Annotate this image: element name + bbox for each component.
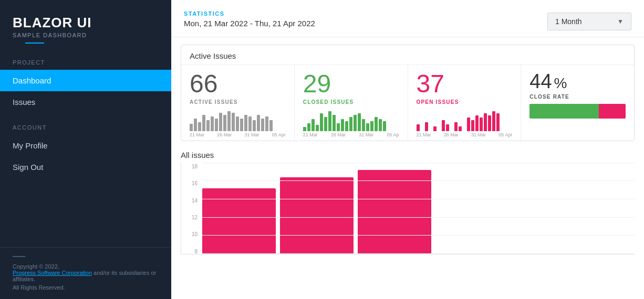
chart-labels-closed: 21 Mar 26 Mar 31 Mar 05 Ap	[303, 132, 399, 137]
mini-bar	[307, 123, 310, 131]
card-closed-issues: 29 CLOSED ISSUES 21 Mar 26 Mar 31 Mar 05…	[295, 65, 408, 141]
active-issues-chart	[190, 108, 286, 131]
mini-bar	[232, 113, 235, 131]
closed-issues-number: 29	[303, 70, 399, 98]
active-issues-section: Active Issues 66 ACTIVE ISSUES 21 Mar 26…	[181, 45, 635, 141]
mini-bar	[328, 111, 331, 131]
mini-bar	[492, 111, 495, 131]
all-issues-section: All issues 18 16 14 12 10 8	[181, 146, 635, 254]
bar-3	[358, 170, 431, 254]
mini-bar	[333, 115, 336, 131]
chart-labels-active: 21 Mar 26 Mar 31 Mar 05 Apr	[190, 132, 286, 137]
mini-bar	[265, 116, 268, 131]
mini-bar	[240, 119, 243, 131]
header-stats: STATISTICS Mon, 21 Mar 2022 - Thu, 21 Ap…	[184, 10, 315, 28]
bar-1	[202, 188, 276, 254]
open-issues-chart	[417, 108, 513, 131]
footer-company-link[interactable]: Progress Software Corporation	[13, 270, 92, 276]
close-rate-label: CLOSE RATE	[529, 94, 626, 100]
closed-issues-chart	[303, 108, 399, 131]
mini-bar	[341, 119, 344, 131]
mini-bar	[253, 120, 256, 131]
sidebar-item-issues[interactable]: Issues	[0, 91, 171, 113]
sidebar-item-dashboard[interactable]: Dashboard	[0, 70, 171, 91]
statistics-label: STATISTICS	[184, 10, 315, 17]
footer-copyright: Copyright © 2022,	[13, 263, 59, 270]
mini-bar	[190, 124, 193, 131]
mini-bar	[257, 115, 260, 131]
closed-issues-label: CLOSED ISSUES	[303, 99, 399, 105]
mini-bar	[475, 115, 479, 131]
sidebar-item-label: Dashboard	[13, 76, 51, 85]
mini-bar	[496, 113, 500, 131]
mini-bar	[454, 122, 458, 131]
card-close-rate: 44 % CLOSE RATE	[521, 65, 634, 141]
mini-bar	[303, 127, 306, 131]
mini-bar	[442, 120, 445, 131]
mini-bar	[206, 120, 210, 131]
mini-bar	[480, 118, 483, 131]
mini-bar	[433, 126, 437, 131]
mini-bar	[198, 122, 201, 131]
card-open-issues: 37 OPEN ISSUES 21 Mar 26 Mar 31 Mar 05 A…	[408, 65, 522, 141]
mini-bar	[215, 119, 218, 131]
section-label-account: ACCOUNT	[0, 113, 171, 135]
mini-bar	[202, 115, 205, 131]
mini-bar	[425, 122, 428, 131]
main-content: STATISTICS Mon, 21 Mar 2022 - Thu, 21 Ap…	[171, 0, 644, 299]
sidebar-item-my-profile[interactable]: My Profile	[0, 135, 171, 156]
mini-bar	[446, 124, 449, 131]
mini-bar	[219, 113, 222, 131]
mini-bar	[484, 113, 487, 131]
mini-bar	[269, 120, 273, 131]
mini-bar	[311, 119, 315, 131]
mini-bar	[324, 117, 327, 131]
mini-bar	[248, 116, 252, 131]
mini-bar	[488, 115, 491, 131]
mini-bar	[471, 120, 474, 131]
mini-bar	[358, 113, 361, 131]
mini-bar	[354, 115, 357, 131]
active-issues-number: 66	[190, 70, 286, 98]
mini-bar	[375, 117, 378, 131]
all-issues-chart-container: 18 16 14 12 10 8	[181, 163, 635, 254]
sidebar-item-sign-out[interactable]: Sign Out	[0, 156, 171, 178]
mini-bar	[370, 121, 373, 131]
mini-bar	[366, 123, 369, 131]
mini-bar	[227, 111, 231, 131]
progress-remain	[599, 104, 626, 119]
sidebar: BLAZOR UI SAMPLE DASHBOARD PROJECT Dashb…	[0, 0, 171, 299]
open-issues-number: 37	[417, 70, 513, 98]
cards-row: 66 ACTIVE ISSUES 21 Mar 26 Mar 31 Mar 05…	[181, 65, 634, 141]
progress-fill	[529, 104, 599, 119]
active-issues-title: Active Issues	[181, 45, 634, 65]
mini-bar	[345, 121, 348, 131]
chevron-down-icon: ▼	[617, 18, 624, 25]
mini-bar	[223, 115, 226, 131]
mini-bar	[379, 119, 382, 131]
close-rate-number: 44	[529, 70, 552, 93]
close-rate-progress	[529, 104, 626, 119]
mini-bar	[459, 126, 462, 131]
app-title: BLAZOR UI	[13, 15, 159, 31]
period-selector[interactable]: 1 Month ▼	[547, 13, 631, 30]
mini-bar	[349, 117, 352, 131]
sidebar-item-label: Issues	[13, 98, 35, 106]
mini-bar	[211, 116, 214, 131]
mini-bar	[194, 119, 197, 131]
open-issues-label: OPEN ISSUES	[417, 99, 513, 105]
bar-2	[280, 177, 354, 254]
mini-bar	[417, 124, 420, 131]
all-issues-title: All issues	[181, 146, 635, 163]
mini-bar	[362, 119, 365, 131]
all-issues-chart	[181, 163, 635, 254]
mini-bar	[244, 115, 247, 131]
mini-bar	[383, 121, 386, 131]
mini-bar	[467, 118, 470, 131]
sidebar-item-label: My Profile	[13, 141, 48, 150]
mini-bar	[316, 125, 319, 131]
card-active-issues: 66 ACTIVE ISSUES 21 Mar 26 Mar 31 Mar 05…	[181, 65, 295, 141]
mini-bar	[261, 119, 264, 131]
mini-bar	[337, 123, 340, 131]
date-range: Mon, 21 Mar 2022 - Thu, 21 Apr 2022	[184, 19, 315, 28]
